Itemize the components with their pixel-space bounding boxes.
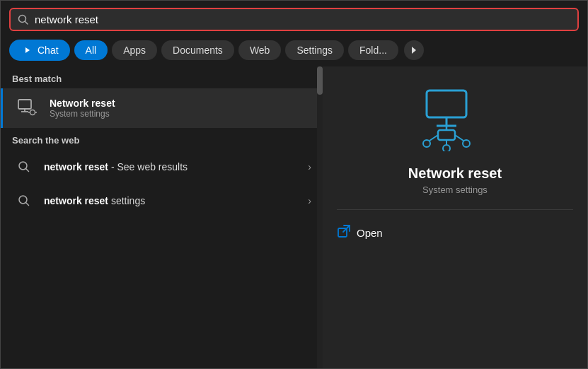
- right-panel: Network reset System settings Open: [323, 66, 587, 368]
- tabs-row: Chat All Apps Documents Web Settings Fol…: [1, 37, 587, 66]
- svg-line-14: [26, 203, 29, 206]
- web-item-1[interactable]: network reset - See web results ›: [1, 150, 323, 184]
- svg-point-8: [30, 110, 35, 115]
- best-match-label: Best match: [1, 66, 323, 88]
- detail-network-icon: [420, 88, 490, 154]
- svg-rect-15: [427, 90, 466, 117]
- tab-apps-label: Apps: [123, 45, 146, 56]
- left-panel: Best match Network reset System set: [1, 66, 323, 368]
- chevron-right-icon: [410, 46, 418, 54]
- tab-web-label: Web: [250, 45, 270, 56]
- svg-line-1: [25, 21, 28, 24]
- best-match-title: Network reset: [50, 98, 115, 109]
- detail-title: Network reset: [408, 165, 502, 182]
- open-external-icon: [337, 224, 351, 242]
- search-bar: network reset: [1, 1, 587, 37]
- search-input[interactable]: network reset: [35, 13, 570, 25]
- svg-point-24: [463, 140, 470, 147]
- search-window: network reset Chat All Apps Documents We…: [0, 0, 588, 369]
- svg-rect-5: [18, 100, 31, 109]
- web-search-label: Search the web: [1, 128, 323, 150]
- tab-all-label: All: [86, 45, 97, 56]
- scrollbar-thumb[interactable]: [317, 66, 323, 95]
- web-search-section: Search the web network reset - See web r…: [1, 128, 323, 218]
- web-item-2-arrow: ›: [308, 195, 311, 206]
- tab-chat[interactable]: Chat: [9, 40, 70, 61]
- tab-chat-label: Chat: [38, 45, 59, 56]
- tab-settings-label: Settings: [296, 45, 333, 56]
- tab-apps[interactable]: Apps: [112, 40, 157, 60]
- web-item-2-text: network reset settings: [44, 195, 298, 206]
- tab-folders[interactable]: Fold...: [348, 40, 398, 60]
- web-item-2[interactable]: network reset settings ›: [1, 184, 323, 218]
- svg-point-23: [423, 140, 430, 147]
- search-box[interactable]: network reset: [9, 8, 579, 31]
- tab-web[interactable]: Web: [238, 40, 282, 60]
- main-content: Best match Network reset System set: [1, 66, 587, 368]
- svg-point-25: [443, 145, 450, 151]
- best-match-subtitle: System settings: [50, 109, 115, 119]
- svg-line-12: [26, 169, 29, 172]
- open-label: Open: [357, 227, 383, 239]
- tab-settings[interactable]: Settings: [285, 40, 344, 60]
- best-match-item[interactable]: Network reset System settings: [1, 88, 323, 128]
- web-item-1-text: network reset - See web results: [44, 161, 298, 172]
- tab-folders-label: Fold...: [359, 45, 387, 56]
- svg-rect-18: [438, 130, 455, 140]
- tabs-more-button[interactable]: [404, 40, 424, 60]
- scrollbar-track[interactable]: [317, 66, 323, 368]
- network-reset-icon: [14, 95, 40, 121]
- tab-documents-label: Documents: [173, 45, 223, 56]
- web-search-icon-1: [14, 157, 34, 177]
- tab-all[interactable]: All: [74, 40, 108, 60]
- svg-line-21: [455, 135, 463, 141]
- best-match-text: Network reset System settings: [50, 98, 115, 119]
- search-icon: [18, 14, 29, 25]
- web-search-icon-2: [14, 191, 34, 211]
- open-button[interactable]: Open: [337, 221, 383, 245]
- tab-documents[interactable]: Documents: [161, 40, 234, 60]
- bing-icon: [21, 44, 33, 57]
- web-item-1-arrow: ›: [308, 161, 311, 172]
- detail-divider: [337, 209, 573, 210]
- svg-line-20: [430, 135, 438, 141]
- svg-marker-4: [412, 47, 416, 54]
- detail-subtitle: System settings: [422, 184, 488, 195]
